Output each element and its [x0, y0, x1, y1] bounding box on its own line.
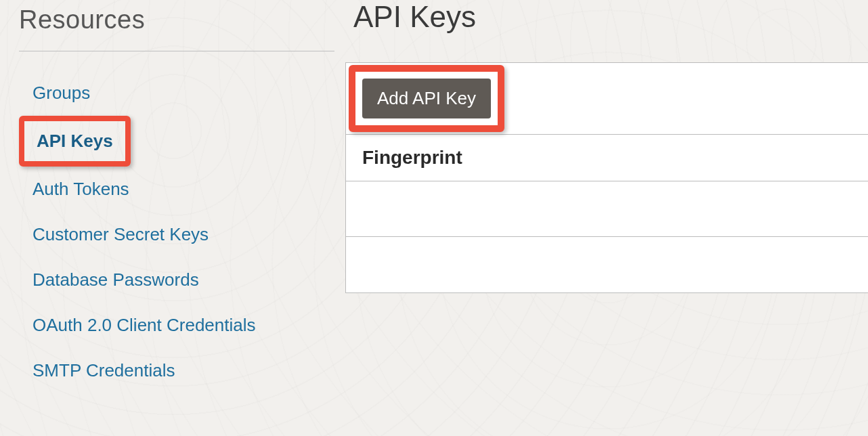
sidebar-item-database-passwords[interactable]: Database Passwords: [19, 257, 213, 303]
column-header-fingerprint: Fingerprint: [362, 147, 462, 168]
sidebar: Resources Groups API Keys Auth Tokens Cu…: [0, 0, 345, 436]
sidebar-item-customer-secret-keys[interactable]: Customer Secret Keys: [19, 212, 222, 257]
sidebar-divider: [19, 51, 334, 51]
add-api-key-button[interactable]: Add API Key: [362, 79, 491, 118]
table-row: [346, 237, 868, 292]
sidebar-item-api-keys[interactable]: API Keys: [24, 121, 125, 161]
main-content: API Keys Add API Key Fingerprint: [345, 0, 868, 436]
highlight-api-keys: API Keys: [19, 116, 131, 167]
sidebar-nav: Groups API Keys Auth Tokens Customer Sec…: [19, 70, 345, 393]
toolbar-row: Add API Key: [346, 63, 868, 135]
sidebar-item-auth-tokens[interactable]: Auth Tokens: [19, 167, 143, 212]
api-keys-table-container: Add API Key Fingerprint: [345, 62, 868, 293]
sidebar-title: Resources: [19, 5, 345, 35]
page-title: API Keys: [353, 0, 868, 34]
sidebar-item-groups[interactable]: Groups: [19, 70, 104, 116]
sidebar-item-smtp-credentials[interactable]: SMTP Credentials: [19, 348, 189, 393]
table-row: [346, 181, 868, 237]
table-header-row: Fingerprint: [346, 135, 868, 181]
highlight-add-api-key: Add API Key: [349, 65, 504, 132]
api-keys-panel: Add API Key Fingerprint: [345, 62, 868, 293]
sidebar-item-oauth-client-credentials[interactable]: OAuth 2.0 Client Credentials: [19, 303, 269, 348]
